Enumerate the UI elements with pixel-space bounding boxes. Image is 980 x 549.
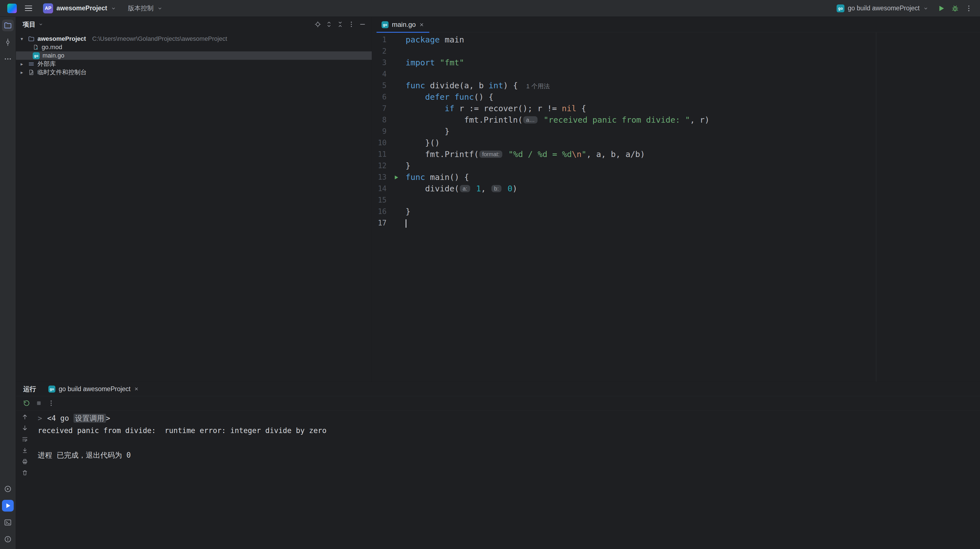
code-editor[interactable]: 1package main23import "fmt"45func divide… <box>372 32 980 382</box>
code-text[interactable]: divide(a: 1, b: 0) <box>406 183 517 194</box>
line-number: 4 <box>372 68 387 80</box>
soft-wrap-button[interactable] <box>21 435 29 443</box>
code-line[interactable]: 10 }() <box>372 137 980 149</box>
console-line[interactable]: ><4 go 设置调用> <box>38 412 326 424</box>
panel-options-button[interactable] <box>347 19 356 29</box>
main-menu-icon[interactable] <box>23 6 34 11</box>
kebab-menu-icon <box>965 5 973 12</box>
code-line[interactable]: 8 fmt.Println(a… "received panic from di… <box>372 114 980 126</box>
code-text[interactable]: } <box>406 160 410 171</box>
vcs-widget[interactable]: 版本控制 <box>125 2 165 14</box>
chevron-expanded-icon[interactable]: ▾ <box>18 36 25 41</box>
code-text[interactable] <box>406 217 406 229</box>
code-text[interactable]: }() <box>406 137 440 149</box>
run-toolbar <box>16 396 980 411</box>
more-tool-windows-button[interactable] <box>2 53 14 65</box>
code-line[interactable]: 13func main() { <box>372 171 980 183</box>
inlay-hint-chip: a: <box>460 185 470 192</box>
code-text[interactable]: fmt.Println(a… "received panic from divi… <box>406 114 710 126</box>
commit-tool-window-button[interactable] <box>2 36 14 48</box>
chevron-collapsed-icon[interactable]: ▸ <box>18 62 25 67</box>
more-actions-button[interactable] <box>965 5 973 12</box>
services-tool-window-button[interactable] <box>2 483 14 495</box>
tree-item-label: 临时文件和控制台 <box>37 68 87 76</box>
code-text[interactable]: package main <box>406 34 464 46</box>
code-text[interactable]: func main() { <box>406 171 469 183</box>
console-line[interactable] <box>38 437 326 449</box>
editor-tab-main-go[interactable]: go main.go <box>377 17 430 32</box>
code-text[interactable]: defer func() { <box>406 91 493 103</box>
code-token: func <box>406 81 425 90</box>
scratch-file-icon <box>28 69 35 76</box>
code-text[interactable]: import "fmt" <box>406 57 464 68</box>
console-line[interactable]: 进程 已完成，退出代码为 0 <box>38 449 326 461</box>
code-text[interactable]: fmt.Printf(format: "%d / %d = %d\n", a, … <box>406 149 645 160</box>
close-icon[interactable] <box>134 386 139 392</box>
rerun-button[interactable] <box>22 398 32 408</box>
project-tool-window-button[interactable] <box>2 19 14 31</box>
run-configuration-selector[interactable]: go go build awesomeProject <box>834 3 931 14</box>
print-button[interactable] <box>21 457 29 466</box>
project-widget[interactable]: AP awesomeProject <box>40 2 119 15</box>
code-line[interactable]: 14 divide(a: 1, b: 0) <box>372 183 980 194</box>
code-line[interactable]: 4 <box>372 68 980 80</box>
console-line[interactable]: received panic from divide: runtime erro… <box>38 424 326 437</box>
code-line[interactable]: 1package main <box>372 34 980 46</box>
kebab-menu-icon <box>48 400 55 407</box>
code-text[interactable]: } <box>406 206 410 217</box>
debug-button[interactable] <box>951 4 959 13</box>
code-line[interactable]: 17 <box>372 217 980 229</box>
run-button[interactable] <box>937 4 945 13</box>
run-tab-go-build[interactable]: go go build awesomeProject <box>48 385 139 393</box>
tree-item-label: awesomeProject <box>37 35 86 43</box>
console-options-button[interactable] <box>46 398 56 408</box>
tree-item-scratches[interactable]: ▸ 临时文件和控制台 <box>16 68 372 76</box>
code-line[interactable]: 7 if r := recover(); r != nil { <box>372 103 980 114</box>
expand-all-button[interactable] <box>324 19 334 29</box>
run-tool-window-button[interactable] <box>2 500 14 512</box>
code-token: } <box>406 207 410 216</box>
jump-to-bottom-button[interactable] <box>21 424 29 432</box>
code-line[interactable]: 5func divide(a, b int) {1 个用法 <box>372 80 980 91</box>
run-console[interactable]: ><4 go 设置调用>received panic from divide: … <box>16 411 980 549</box>
code-token: 1 <box>476 184 481 194</box>
problems-tool-window-button[interactable] <box>2 533 14 545</box>
terminal-tool-window-button[interactable] <box>2 517 14 528</box>
console-text: <4 go <box>47 414 73 422</box>
code-text[interactable]: func divide(a, b int) {1 个用法 <box>406 80 550 91</box>
tree-item-go-mod[interactable]: go.mod <box>16 43 372 51</box>
code-line[interactable]: 3import "fmt" <box>372 57 980 68</box>
console-lines[interactable]: ><4 go 设置调用>received panic from divide: … <box>34 411 326 549</box>
line-number: 17 <box>372 217 387 229</box>
hide-panel-button[interactable] <box>358 19 367 29</box>
line-number: 6 <box>372 91 387 103</box>
console-fold-chip[interactable]: 设置调用 <box>73 414 106 423</box>
collapse-all-button[interactable] <box>336 19 345 29</box>
code-token: "%d / %d = %d <box>508 149 572 159</box>
tree-item-external-libraries[interactable]: ▸ 外部库 <box>16 60 372 68</box>
run-panel-header: 运行 go go build awesomeProject <box>16 382 980 396</box>
run-gutter-slot[interactable] <box>387 171 406 183</box>
code-line[interactable]: 12} <box>372 160 980 171</box>
editor-gutter: 3 <box>372 57 406 68</box>
clear-console-button[interactable] <box>21 468 29 477</box>
jump-to-top-button[interactable] <box>21 413 29 421</box>
code-line[interactable]: 16} <box>372 206 980 217</box>
stop-button[interactable] <box>34 398 44 408</box>
code-line[interactable]: 2 <box>372 46 980 57</box>
editor-gutter: 7 <box>372 103 406 114</box>
code-text[interactable]: if r := recover(); r != nil { <box>406 103 586 114</box>
tree-item-main-go[interactable]: go main.go <box>16 51 372 60</box>
code-line[interactable]: 9 } <box>372 126 980 137</box>
close-icon[interactable] <box>419 22 424 27</box>
code-line[interactable]: 11 fmt.Printf(format: "%d / %d = %d\n", … <box>372 149 980 160</box>
code-line[interactable]: 15 <box>372 194 980 206</box>
chevron-down-icon[interactable] <box>38 22 43 27</box>
code-line[interactable]: 6 defer func() { <box>372 91 980 103</box>
tree-item-label: 外部库 <box>37 60 56 68</box>
chevron-collapsed-icon[interactable]: ▸ <box>18 70 25 75</box>
code-text[interactable]: } <box>406 126 449 137</box>
locate-file-button[interactable] <box>313 19 323 29</box>
tree-item-project-root[interactable]: ▾ awesomeProject C:\Users\meowr\GolandPr… <box>16 35 372 43</box>
scroll-to-end-button[interactable] <box>21 446 29 455</box>
